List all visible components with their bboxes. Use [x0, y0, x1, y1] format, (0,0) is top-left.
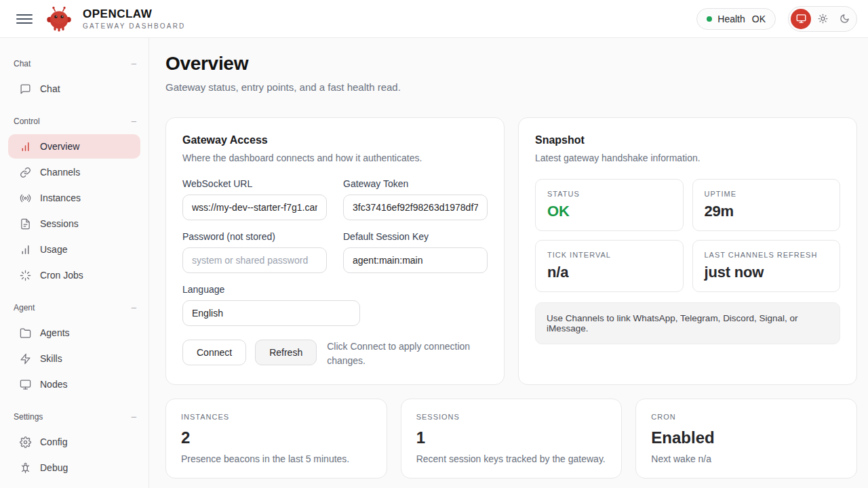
websocket-url-input[interactable]	[182, 195, 327, 220]
websocket-url-field-group: WebSocket URL	[182, 178, 327, 220]
menu-icon[interactable]	[11, 5, 38, 33]
snapshot-title: Snapshot	[535, 134, 840, 146]
sidebar-item-debug[interactable]: Debug	[8, 455, 140, 480]
theme-dark-button[interactable]	[834, 9, 854, 29]
section-label-control: Control	[14, 117, 40, 126]
sidebar-item-agents[interactable]: Agents	[8, 321, 140, 345]
refresh-button[interactable]: Refresh	[255, 340, 317, 365]
sidebar-item-label: Nodes	[40, 379, 67, 390]
stat-value-uptime: 29m	[705, 203, 829, 220]
channels-note: Use Channels to link WhatsApp, Telegram,…	[535, 302, 840, 344]
openclaw-logo-icon	[46, 5, 72, 33]
sidebar: Chat – Chat Control – Overview	[0, 38, 149, 488]
sidebar-section-agent: Agent – Agents Skills Nodes	[0, 297, 149, 396]
gateway-access-title: Gateway Access	[182, 134, 488, 146]
sessions-metric-card: SESSIONS 1 Recent session keys tracked b…	[401, 399, 623, 479]
section-collapse-icon[interactable]: –	[132, 411, 136, 422]
metric-label: SESSIONS	[416, 413, 607, 421]
sidebar-item-label: Config	[40, 436, 67, 447]
session-key-label: Default Session Key	[343, 231, 488, 242]
sidebar-item-instances[interactable]: Instances	[8, 186, 140, 210]
sun-icon	[818, 14, 828, 24]
stat-label: LAST CHANNELS REFRESH	[705, 251, 829, 259]
sidebar-item-usage[interactable]: Usage	[8, 237, 140, 262]
session-key-input[interactable]	[343, 247, 488, 273]
moon-icon	[840, 14, 850, 24]
websocket-url-label: WebSocket URL	[182, 178, 327, 189]
stat-label: UPTIME	[705, 190, 829, 198]
sidebar-item-label: Skills	[40, 353, 62, 364]
gateway-access-subtitle: Where the dashboard connects and how it …	[182, 152, 488, 163]
sidebar-item-skills[interactable]: Skills	[8, 346, 140, 371]
health-status: OK	[752, 14, 766, 24]
metric-description: Presence beacons in the last 5 minutes.	[181, 453, 372, 464]
sidebar-item-label: Usage	[40, 244, 67, 255]
language-field-group: Language English	[182, 284, 360, 326]
sidebar-section-settings: Settings – Config Debug	[0, 406, 149, 480]
metric-label: CRON	[651, 413, 842, 421]
gateway-access-card: Gateway Access Where the dashboard conne…	[165, 117, 505, 385]
stat-value-last-refresh: just now	[705, 264, 829, 281]
health-status-dot	[707, 16, 712, 22]
password-label: Password (not stored)	[182, 231, 327, 242]
gear-icon	[19, 436, 31, 448]
metric-value-cron: Enabled	[651, 428, 842, 447]
section-label-settings: Settings	[14, 412, 43, 422]
status-stat-tile: STATUS OK	[535, 179, 684, 231]
sidebar-item-config[interactable]: Config	[8, 430, 140, 454]
theme-system-button[interactable]	[791, 9, 811, 29]
connect-button[interactable]: Connect	[182, 340, 246, 365]
brand-name: OPENCLAW	[83, 7, 186, 21]
password-input[interactable]	[182, 247, 327, 273]
language-select[interactable]: English	[182, 300, 360, 326]
section-collapse-icon[interactable]: –	[132, 302, 136, 312]
snapshot-card: Snapshot Latest gateway handshake inform…	[518, 117, 857, 385]
sidebar-item-label: Agents	[40, 327, 70, 338]
sidebar-item-cron-jobs[interactable]: Cron Jobs	[8, 263, 140, 287]
sidebar-item-sessions[interactable]: Sessions	[8, 211, 140, 236]
metric-label: INSTANCES	[181, 413, 372, 421]
sidebar-item-label: Channels	[40, 167, 80, 178]
section-collapse-icon[interactable]: –	[132, 58, 136, 68]
password-field-group: Password (not stored)	[182, 231, 327, 273]
cron-metric-card: CRON Enabled Next wake n/a	[635, 399, 857, 479]
section-label-agent: Agent	[14, 303, 35, 312]
broadcast-icon	[19, 192, 31, 204]
brand-title-block: OPENCLAW GATEWAY DASHBOARD	[83, 7, 186, 30]
sidebar-section-control: Control – Overview Channels Instances	[0, 110, 149, 287]
language-label: Language	[182, 284, 360, 295]
gateway-token-input[interactable]	[343, 195, 488, 220]
health-badge[interactable]: Health OK	[696, 8, 776, 30]
sidebar-item-overview[interactable]: Overview	[8, 134, 140, 159]
connect-helper-text: Click Connect to apply connection change…	[327, 340, 479, 368]
theme-light-button[interactable]	[812, 9, 833, 29]
monitor-icon	[796, 14, 806, 24]
main-content: Overview Gateway status, entry points, a…	[149, 38, 868, 488]
file-text-icon	[19, 218, 31, 230]
page-title: Overview	[165, 53, 857, 75]
page-subtitle: Gateway status, entry points, and a fast…	[165, 81, 857, 93]
sidebar-item-label: Sessions	[40, 218, 79, 229]
metric-value-instances: 2	[181, 428, 372, 447]
metric-description: Next wake n/a	[651, 453, 842, 464]
stat-value-tick-interval: n/a	[547, 264, 671, 281]
sidebar-item-label: Chat	[40, 83, 60, 94]
link-icon	[19, 166, 31, 178]
sidebar-item-label: Overview	[40, 141, 79, 152]
sidebar-item-nodes[interactable]: Nodes	[8, 372, 140, 396]
chat-bubble-icon	[19, 83, 31, 95]
loader-icon	[19, 269, 31, 281]
stat-label: STATUS	[547, 190, 671, 198]
gateway-token-label: Gateway Token	[343, 178, 488, 189]
folder-icon	[19, 327, 31, 339]
zap-icon	[19, 352, 31, 365]
section-label-chat: Chat	[14, 59, 31, 68]
app-header: OPENCLAW GATEWAY DASHBOARD Health OK	[0, 0, 868, 38]
metric-value-sessions: 1	[416, 428, 607, 447]
bar-chart-icon	[19, 140, 31, 152]
section-collapse-icon[interactable]: –	[132, 116, 136, 126]
uptime-stat-tile: UPTIME 29m	[692, 179, 841, 231]
sidebar-item-channels[interactable]: Channels	[8, 160, 140, 184]
sidebar-item-chat[interactable]: Chat	[8, 77, 140, 101]
stat-label: TICK INTERVAL	[547, 251, 671, 259]
